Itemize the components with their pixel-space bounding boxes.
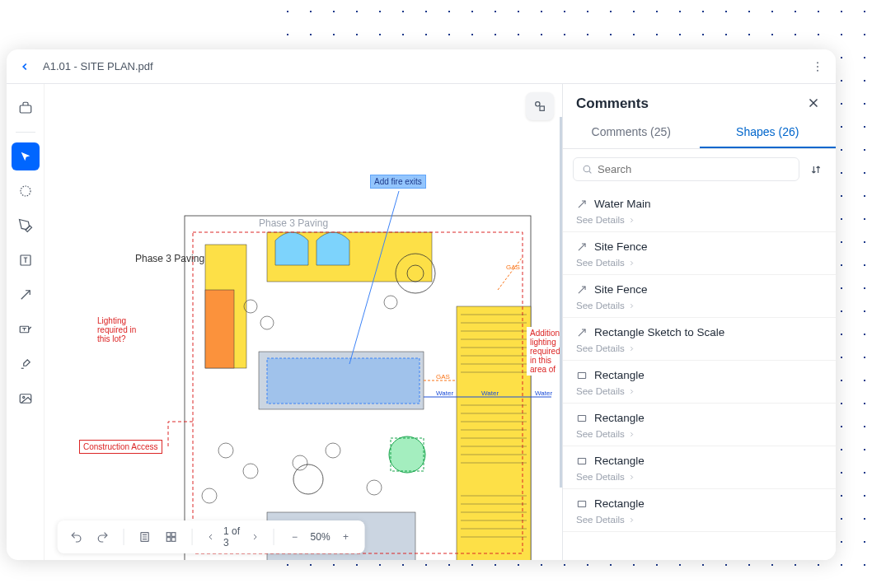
canvas-area[interactable]: GAS GAS Water Water Water [45,84,562,560]
svg-rect-18 [267,358,420,404]
shape-list[interactable]: Water MainSee Details Site FenceSee Deta… [563,189,836,560]
svg-rect-15 [205,290,234,368]
highlighter-tool[interactable] [12,350,40,378]
see-details-link[interactable]: See Details [576,515,823,525]
sort-button[interactable] [806,160,826,180]
svg-point-29 [218,443,233,458]
shape-name: Site Fence [594,283,648,296]
search-box[interactable] [573,157,799,181]
shape-list-item[interactable]: Site FenceSee Details [563,275,836,318]
shape-name: Rectangle Sketch to Scale [594,326,724,338]
search-input[interactable] [598,163,790,175]
view-grid-button[interactable] [160,526,181,548]
see-details-link[interactable]: See Details [576,301,823,310]
shape-name: Rectangle [594,455,645,467]
shape-name: Rectangle [594,369,645,381]
svg-point-30 [243,464,258,478]
panel-tabs: Comments (25) Shapes (26) [563,117,836,149]
arrow-icon [576,241,588,253]
text-tool[interactable] [12,246,40,274]
scroll-indicator [560,117,562,488]
svg-point-76 [584,166,590,172]
svg-line-6 [21,291,30,300]
textbox-tool[interactable] [12,315,40,343]
shape-list-item[interactable]: RectangleSee Details [563,446,836,489]
zoom-indicator: 50% [311,531,330,543]
svg-rect-83 [578,415,585,421]
prev-page-button[interactable] [202,526,218,548]
tab-shapes[interactable]: Shapes (26) [700,117,837,148]
zoom-in-button[interactable]: + [335,526,357,548]
svg-text:Water: Water [481,390,499,397]
svg-point-32 [326,443,340,458]
svg-point-31 [293,455,307,470]
see-details-link[interactable]: See Details [576,386,823,396]
shape-name: Site Fence [594,240,648,253]
shape-list-item[interactable]: RectangleSee Details [563,361,836,404]
shape-name: Rectangle [594,412,645,424]
callout-lighting[interactable]: Lighting required in this lot? [94,315,152,345]
more-menu-button[interactable] [808,57,827,77]
svg-point-40 [293,464,323,494]
svg-text:Water: Water [535,390,552,397]
svg-line-81 [579,329,585,335]
toolbox-button[interactable] [12,94,40,122]
svg-rect-84 [578,458,585,464]
svg-rect-3 [20,105,31,113]
arrow-icon [576,284,588,296]
svg-point-1 [817,66,818,68]
callout-additional-lighting[interactable]: Additional lighting required in this are… [527,327,562,376]
svg-rect-73 [171,538,176,542]
see-details-link[interactable]: See Details [576,215,823,225]
image-tool[interactable] [12,385,40,413]
undo-button[interactable] [66,526,87,548]
svg-point-4 [21,186,30,196]
see-details-link[interactable]: See Details [576,472,823,482]
shape-list-item[interactable]: Site FenceSee Details [563,232,836,275]
shape-name: Water Main [594,198,651,210]
arrow-icon [576,198,588,210]
bottom-toolbar: 1 of 3 − 50% + [58,520,365,553]
see-details-link[interactable]: See Details [576,343,823,353]
svg-point-2 [817,69,818,71]
svg-point-19 [389,436,425,473]
arrow-tool[interactable] [12,281,40,309]
topbar: A1.01 - SITE PLAN.pdf [7,49,836,84]
svg-point-36 [260,316,274,329]
shape-list-item[interactable]: Rectangle Sketch to ScaleSee Details [563,318,836,361]
pen-tool[interactable] [12,212,40,240]
svg-line-21 [498,257,523,290]
svg-text:GAS: GAS [436,373,450,380]
callout-construction[interactable]: Construction Access [79,440,162,454]
svg-point-37 [384,296,397,309]
cloud-tool[interactable] [12,177,40,205]
view-single-button[interactable] [134,526,155,548]
back-button[interactable] [15,57,35,77]
tab-comments[interactable]: Comments (25) [563,117,700,148]
callout-fire-exits[interactable]: Add fire exits [370,175,426,189]
svg-rect-70 [166,533,171,537]
see-details-link[interactable]: See Details [576,258,823,268]
shape-list-item[interactable]: RectangleSee Details [563,489,836,532]
zoom-out-button[interactable]: − [284,526,306,548]
panel-title: Comments [576,96,806,112]
label-phase3b: Phase 3 Paving [259,217,328,229]
redo-button[interactable] [92,526,114,548]
svg-point-0 [817,62,818,63]
rectangle-icon [576,370,588,381]
see-details-link[interactable]: See Details [576,429,823,439]
file-title: A1.01 - SITE PLAN.pdf [43,60,153,72]
next-page-button[interactable] [247,526,264,548]
label-phase3a: Phase 3 Paving [135,253,204,264]
svg-line-80 [579,286,585,292]
svg-rect-82 [578,372,585,378]
shape-list-item[interactable]: Water MainSee Details [563,189,836,232]
page-indicator: 1 of 3 [223,525,242,548]
svg-point-33 [367,480,382,495]
panel-close-button[interactable] [806,96,823,112]
rectangle-icon [576,498,588,510]
shape-list-item[interactable]: RectangleSee Details [563,404,836,446]
select-tool[interactable] [12,142,40,170]
shapes-panel-toggle[interactable] [526,92,554,120]
svg-point-64 [536,102,540,106]
